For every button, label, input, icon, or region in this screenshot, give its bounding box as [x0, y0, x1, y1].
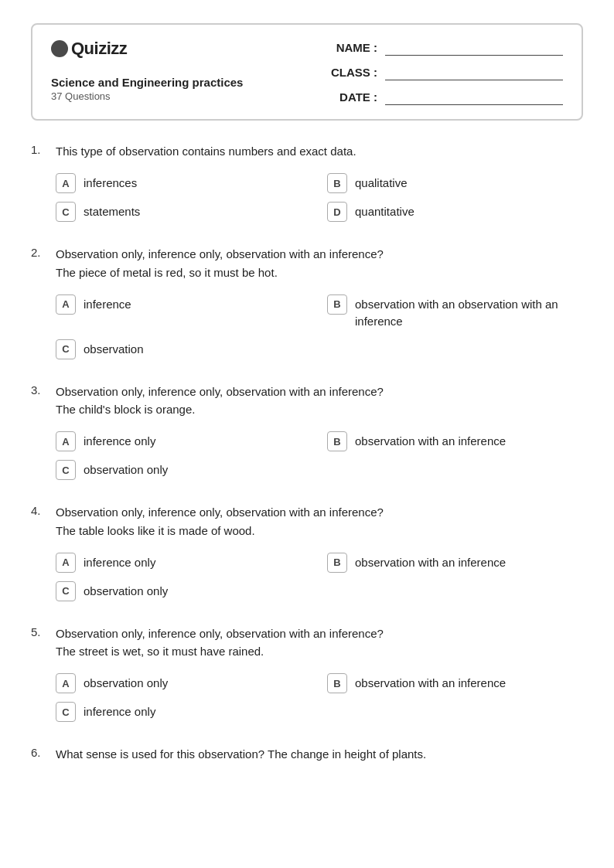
question-header-4: 4.Observation only, inference only, obse… — [31, 503, 583, 540]
question-text-6: What sense is used for this observation?… — [56, 745, 426, 763]
class-label: CLASS : — [331, 66, 377, 79]
header-box: Quizizz Science and Engineering practice… — [31, 23, 583, 121]
option-3-c[interactable]: Cobservation only — [56, 459, 312, 480]
option-1-c[interactable]: Cstatements — [56, 201, 312, 222]
name-label: NAME : — [331, 41, 377, 54]
option-badge-1-c: C — [56, 202, 76, 222]
date-input[interactable] — [385, 88, 563, 105]
option-text-2-c: observation — [84, 339, 144, 359]
page: Quizizz Science and Engineering practice… — [0, 0, 614, 810]
option-1-a[interactable]: Ainferences — [56, 172, 312, 193]
option-4-b[interactable]: Bobservation with an inference — [327, 552, 583, 573]
option-2-a[interactable]: Ainference — [56, 294, 312, 331]
option-text-3-a: inference only — [84, 431, 155, 451]
option-badge-4-b: B — [327, 553, 347, 573]
option-text-1-b: qualitative — [355, 172, 408, 192]
question-block-1: 1.This type of observation contains numb… — [31, 142, 583, 222]
option-text-2-b: observation with an observation with an … — [355, 294, 583, 331]
option-text-1-c: statements — [84, 201, 140, 221]
option-text-5-c: inference only — [84, 701, 155, 721]
quiz-title: Science and Engineering practices — [51, 76, 331, 89]
option-badge-2-b: B — [327, 294, 347, 315]
option-5-a[interactable]: Aobservation only — [56, 672, 312, 693]
question-number-1: 1. — [31, 142, 48, 156]
option-badge-5-c: C — [56, 702, 76, 722]
logo: Quizizz — [51, 39, 331, 59]
option-text-3-b: observation with an inference — [355, 431, 506, 451]
option-badge-5-b: B — [327, 673, 347, 693]
question-header-6: 6.What sense is used for this observatio… — [31, 745, 583, 763]
option-3-a[interactable]: Ainference only — [56, 431, 312, 451]
option-badge-4-a: A — [56, 553, 76, 573]
option-4-a[interactable]: Ainference only — [56, 552, 312, 573]
question-block-5: 5.Observation only, inference only, obse… — [31, 625, 583, 723]
option-text-4-c: observation only — [84, 580, 168, 601]
logo-text: Quizizz — [71, 39, 127, 59]
class-field-row: CLASS : — [331, 63, 563, 80]
options-grid-3: Ainference onlyBobservation with an infe… — [56, 431, 583, 480]
header-left: Quizizz Science and Engineering practice… — [51, 39, 331, 102]
class-input[interactable] — [385, 63, 563, 80]
date-label: DATE : — [331, 90, 377, 104]
option-badge-2-a: A — [56, 294, 76, 315]
question-header-3: 3.Observation only, inference only, obse… — [31, 383, 583, 419]
question-number-3: 3. — [31, 383, 48, 397]
option-1-d[interactable]: Dquantitative — [327, 201, 583, 222]
option-2-b[interactable]: Bobservation with an observation with an… — [327, 294, 583, 331]
options-grid-2: AinferenceBobservation with an observati… — [56, 294, 583, 359]
question-block-3: 3.Observation only, inference only, obse… — [31, 383, 583, 481]
options-grid-4: Ainference onlyBobservation with an infe… — [56, 552, 583, 601]
option-text-4-a: inference only — [84, 552, 155, 572]
questions-container: 1.This type of observation contains numb… — [31, 142, 583, 764]
options-grid-1: AinferencesBqualitativeCstatementsDquant… — [56, 172, 583, 222]
question-header-5: 5.Observation only, inference only, obse… — [31, 625, 583, 661]
header-right: NAME : CLASS : DATE : — [331, 39, 563, 105]
option-text-4-b: observation with an inference — [355, 552, 506, 572]
option-badge-2-c: C — [56, 339, 76, 359]
date-field-row: DATE : — [331, 88, 563, 105]
question-number-4: 4. — [31, 503, 48, 517]
question-number-2: 2. — [31, 245, 48, 259]
option-text-5-b: observation with an inference — [355, 672, 506, 693]
option-badge-1-b: B — [327, 173, 347, 193]
option-text-5-a: observation only — [84, 672, 168, 693]
quiz-count: 37 Questions — [51, 90, 331, 102]
option-5-b[interactable]: Bobservation with an inference — [327, 672, 583, 693]
option-badge-3-b: B — [327, 431, 347, 451]
option-badge-5-a: A — [56, 673, 76, 693]
logo-icon — [51, 40, 68, 57]
question-text-5: Observation only, inference only, observ… — [56, 625, 384, 661]
question-text-3: Observation only, inference only, observ… — [56, 383, 384, 419]
options-grid-5: Aobservation onlyBobservation with an in… — [56, 672, 583, 722]
question-text-1: This type of observation contains number… — [56, 142, 356, 160]
option-1-b[interactable]: Bqualitative — [327, 172, 583, 193]
question-block-4: 4.Observation only, inference only, obse… — [31, 503, 583, 601]
question-header-2: 2.Observation only, inference only, obse… — [31, 245, 583, 281]
option-4-c[interactable]: Cobservation only — [56, 580, 312, 601]
question-block-2: 2.Observation only, inference only, obse… — [31, 245, 583, 359]
option-text-1-a: inferences — [84, 172, 137, 192]
option-text-2-a: inference — [84, 294, 131, 314]
question-number-6: 6. — [31, 745, 48, 759]
option-badge-1-a: A — [56, 173, 76, 193]
option-text-1-d: quantitative — [355, 201, 414, 221]
option-text-3-c: observation only — [84, 459, 168, 479]
question-text-2: Observation only, inference only, observ… — [56, 245, 384, 281]
question-header-1: 1.This type of observation contains numb… — [31, 142, 583, 160]
option-badge-3-a: A — [56, 431, 76, 451]
option-badge-3-c: C — [56, 460, 76, 480]
question-number-5: 5. — [31, 625, 48, 638]
option-5-c[interactable]: Cinference only — [56, 701, 312, 722]
question-text-4: Observation only, inference only, observ… — [56, 503, 384, 540]
name-field-row: NAME : — [331, 39, 563, 56]
question-block-6: 6.What sense is used for this observatio… — [31, 745, 583, 763]
option-2-c[interactable]: Cobservation — [56, 339, 312, 359]
option-badge-1-d: D — [327, 202, 347, 222]
name-input[interactable] — [385, 39, 563, 56]
option-3-b[interactable]: Bobservation with an inference — [327, 431, 583, 451]
option-badge-4-c: C — [56, 581, 76, 601]
